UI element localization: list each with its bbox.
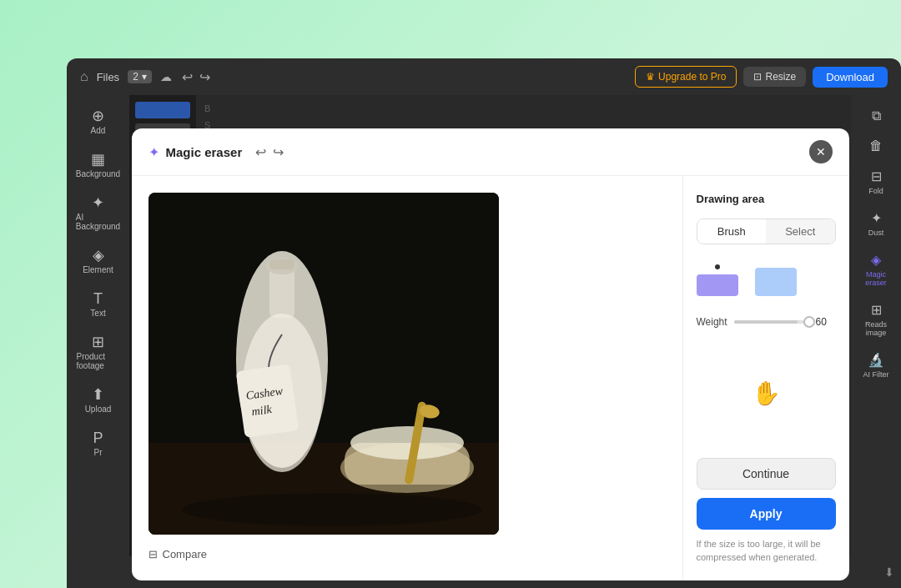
sidebar-item-text[interactable]: T Text (72, 284, 125, 324)
brush-stroke-purple (697, 274, 738, 296)
sidebar-item-label: AI Background (76, 213, 120, 231)
svg-point-12 (350, 426, 464, 460)
brush-stroke-blue (755, 268, 797, 296)
app-window: ⌂ Files 2 ▾ ☁ ↩ ↪ ♛ Upgrade to Pro ⊡ Res… (67, 58, 901, 588)
undo-icon[interactable]: ↩ (182, 69, 193, 85)
sidebar-item-label: Add (91, 126, 106, 135)
fold-icon: ⊟ (871, 168, 882, 184)
upgrade-button[interactable]: ♛ Upgrade to Pro (635, 66, 737, 88)
modal-right-panel: Drawing area Brush Select (682, 176, 849, 580)
sidebar-item-label: Text (90, 309, 105, 318)
modal-title: Magic eraser (166, 145, 243, 159)
right-tool-dust[interactable]: ✦ Dust (853, 204, 898, 244)
download-button[interactable]: Download (813, 67, 888, 88)
right-tool-label: Reads image (857, 320, 895, 337)
weight-value: 60 (816, 316, 836, 328)
weight-slider[interactable] (734, 320, 809, 324)
topbar-actions: ↩ ↪ (182, 69, 210, 85)
dust-icon: ✦ (871, 210, 882, 226)
ai-filter-icon: 🔬 (868, 352, 884, 368)
add-icon: ⊕ (92, 108, 104, 123)
weight-label: Weight (697, 316, 727, 328)
sidebar-item-add[interactable]: ⊕ Add (72, 102, 125, 142)
product-icon: ⊞ (92, 334, 104, 349)
sidebar-item-pr[interactable]: P Pr (72, 424, 125, 464)
topbar-left: ⌂ Files 2 ▾ ☁ (80, 69, 172, 84)
right-tool-reads-image[interactable]: ⊞ Reads image (853, 295, 898, 344)
right-tool-label: Dust (868, 229, 884, 237)
modal-undo-redo: ↩ ↪ (255, 144, 284, 160)
continue-button[interactable]: Continue (697, 458, 836, 490)
trash-icon: 🗑 (869, 138, 883, 153)
editing-image[interactable]: Cashew milk (148, 193, 499, 535)
sidebar-item-label: Product footage (77, 352, 120, 370)
weight-slider-thumb[interactable] (803, 316, 815, 328)
hand-icon: ✋ (752, 379, 781, 407)
apply-button[interactable]: Apply (697, 498, 836, 530)
background-icon: ▦ (91, 152, 105, 167)
compare-label: Compare (163, 548, 207, 560)
file-count[interactable]: 2 ▾ (128, 70, 152, 83)
reads-image-icon: ⊞ (871, 302, 882, 318)
resize-icon: ⊡ (753, 71, 762, 83)
sidebar-item-label: Element (83, 265, 113, 274)
modal-redo-icon[interactable]: ↪ (273, 144, 284, 160)
right-tool-label: Magic eraser (857, 270, 895, 287)
modal-image-area: Cashew milk (132, 176, 682, 580)
topbar: ⌂ Files 2 ▾ ☁ ↩ ↪ ♛ Upgrade to Pro ⊡ Res… (67, 58, 901, 95)
redo-icon[interactable]: ↪ (199, 69, 210, 85)
ai-bg-icon: ✦ (92, 195, 104, 210)
sidebar-item-label: Pr (94, 448, 103, 457)
cloud-icon[interactable]: ☁ (160, 70, 172, 83)
modal-overlay: ✦ Magic eraser ↩ ↪ ✕ (129, 95, 851, 556)
magic-eraser-modal: ✦ Magic eraser ↩ ↪ ✕ (132, 128, 849, 580)
scroll-down-icon: ⬇ (884, 565, 894, 580)
size-warning: If the size is too large, it will be com… (697, 538, 836, 564)
sidebar-item-label: Background (76, 169, 120, 178)
select-tab[interactable]: Select (766, 219, 835, 244)
right-tool-fold[interactable]: ⊟ Fold (853, 162, 898, 202)
layers-icon: ⧉ (872, 108, 881, 123)
svg-point-15 (182, 493, 482, 526)
right-tool-label: Fold (868, 187, 883, 195)
left-sidebar: ⊕ Add ▦ Background ✦ AI Background ◈ Ele… (67, 95, 129, 588)
pr-icon: P (93, 430, 103, 445)
compare-icon: ⊟ (148, 548, 158, 560)
home-icon[interactable]: ⌂ (80, 69, 88, 84)
sidebar-item-ai-background[interactable]: ✦ AI Background (72, 188, 125, 238)
brush-preview-area (697, 258, 836, 303)
magic-eraser-header-icon: ✦ (148, 144, 159, 160)
sidebar-item-element[interactable]: ◈ Element (72, 241, 125, 281)
right-sidebar: ⧉ 🗑 ⊟ Fold ✦ Dust ◈ Magic eraser ⊞ Reads… (851, 95, 901, 588)
panel-footer: Continue Apply If the size is too large,… (697, 458, 836, 564)
brush-tab[interactable]: Brush (697, 219, 767, 244)
svg-rect-3 (269, 268, 294, 318)
right-tool-magic-eraser[interactable]: ◈ Magic eraser (853, 245, 898, 294)
magic-eraser-icon: ◈ (871, 252, 881, 268)
brush-option-2[interactable] (755, 268, 797, 296)
brush-option-1[interactable] (697, 264, 738, 296)
compare-button[interactable]: ⊟ Compare (148, 545, 666, 564)
crown-icon: ♛ (646, 71, 655, 83)
drawing-area-title: Drawing area (697, 193, 836, 205)
resize-button[interactable]: ⊡ Resize (743, 67, 806, 87)
right-tool-ai-filter[interactable]: 🔬 AI Filter (853, 345, 898, 385)
chevron-down-icon: ▾ (142, 71, 147, 83)
brush-dot-small (715, 264, 720, 269)
right-tool-delete[interactable]: 🗑 (853, 132, 898, 160)
topbar-right: ♛ Upgrade to Pro ⊡ Resize Download (635, 66, 888, 88)
sidebar-item-product[interactable]: ⊞ Product footage (72, 328, 125, 377)
modal-body: Cashew milk (132, 176, 849, 580)
sidebar-item-upload[interactable]: ⬆ Upload (72, 380, 125, 420)
element-icon: ◈ (93, 248, 104, 263)
center-area: ✋ (697, 341, 836, 445)
sidebar-item-label: Upload (85, 405, 112, 414)
modal-close-button[interactable]: ✕ (809, 140, 833, 163)
text-icon: T (93, 291, 103, 306)
sidebar-item-background[interactable]: ▦ Background (72, 145, 125, 185)
cashew-milk-image: Cashew milk (148, 193, 499, 535)
right-tool-layers[interactable]: ⧉ (853, 102, 898, 130)
weight-row: Weight 60 (697, 316, 836, 328)
files-label: Files (97, 71, 119, 83)
modal-undo-icon[interactable]: ↩ (255, 144, 266, 160)
